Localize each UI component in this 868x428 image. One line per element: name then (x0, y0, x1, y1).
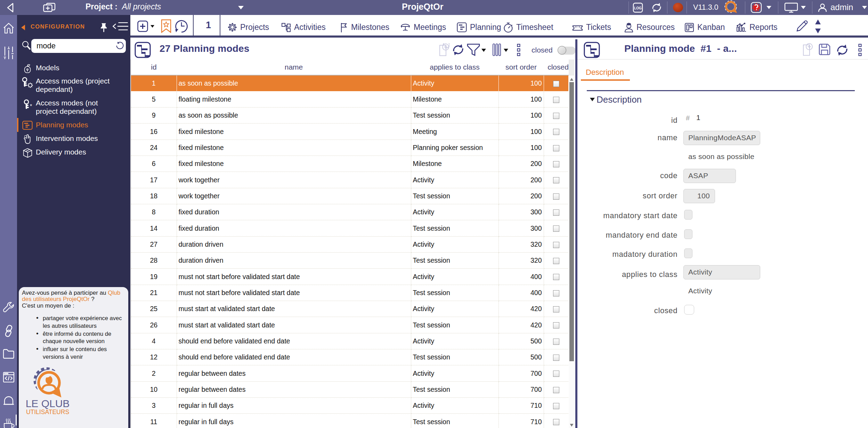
svg-text:*: * (30, 103, 32, 109)
svg-text:LOG: LOG (634, 6, 642, 10)
